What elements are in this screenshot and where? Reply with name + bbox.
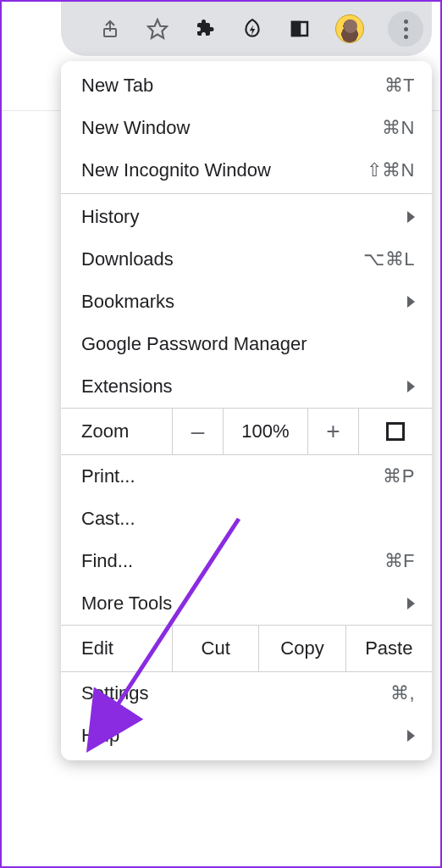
menu-label: Help bbox=[81, 725, 407, 747]
menu-item-find[interactable]: Find... ⌘F bbox=[61, 540, 432, 582]
menu-label: Extensions bbox=[81, 376, 407, 398]
menu-item-extensions[interactable]: Extensions bbox=[61, 365, 432, 408]
menu-label: Paste bbox=[365, 637, 412, 659]
menu-item-new-incognito[interactable]: New Incognito Window ⇧⌘N bbox=[61, 149, 432, 192]
menu-shortcut: ⌘F bbox=[384, 550, 415, 572]
menu-label: Find... bbox=[81, 550, 384, 572]
fullscreen-button[interactable] bbox=[359, 409, 432, 454]
plus-icon: + bbox=[326, 418, 340, 445]
menu-label: Edit bbox=[81, 637, 113, 659]
menu-item-print[interactable]: Print... ⌘P bbox=[61, 455, 432, 498]
menu-label: New Window bbox=[81, 117, 382, 139]
sidepanel-icon[interactable] bbox=[288, 17, 312, 41]
menu-item-bookmarks[interactable]: Bookmarks bbox=[61, 281, 432, 323]
fullscreen-icon bbox=[386, 422, 405, 441]
menu-label: Google Password Manager bbox=[81, 333, 415, 355]
edit-label-cell: Edit bbox=[61, 626, 173, 671]
menu-label: Cut bbox=[202, 637, 230, 659]
edit-paste-button[interactable]: Paste bbox=[346, 626, 432, 671]
menu-item-help[interactable]: Help bbox=[61, 715, 432, 757]
menu-shortcut: ⇧⌘N bbox=[367, 159, 415, 181]
menu-label: History bbox=[81, 206, 407, 228]
menu-label: New Incognito Window bbox=[81, 159, 367, 181]
menu-item-more-tools[interactable]: More Tools bbox=[61, 582, 432, 625]
menu-label: Settings bbox=[81, 682, 390, 704]
zoom-out-button[interactable]: – bbox=[173, 409, 224, 454]
edit-cut-button[interactable]: Cut bbox=[173, 626, 259, 671]
menu-label: Downloads bbox=[81, 248, 363, 270]
menu-item-new-tab[interactable]: New Tab ⌘T bbox=[61, 64, 432, 107]
menu-label: Copy bbox=[280, 637, 323, 659]
menu-zoom-row: Zoom – 100% + bbox=[61, 408, 432, 455]
menu-item-cast[interactable]: Cast... bbox=[61, 498, 432, 540]
menu-shortcut: ⌘T bbox=[384, 75, 415, 97]
submenu-arrow-icon bbox=[407, 730, 415, 742]
toolbar-pill bbox=[61, 2, 432, 56]
browser-toolbar bbox=[2, 2, 440, 63]
menu-item-new-window[interactable]: New Window ⌘N bbox=[61, 107, 432, 149]
minus-icon: – bbox=[191, 418, 205, 445]
svg-marker-1 bbox=[148, 19, 167, 38]
profile-avatar[interactable] bbox=[335, 14, 364, 43]
menu-shortcut: ⌘P bbox=[383, 465, 415, 487]
zoom-value: 100% bbox=[241, 420, 289, 442]
chrome-main-menu: New Tab ⌘T New Window ⌘N New Incognito W… bbox=[61, 61, 432, 760]
menu-shortcut: ⌥⌘L bbox=[363, 248, 415, 270]
zoom-in-button[interactable]: + bbox=[308, 409, 359, 454]
menu-label: Zoom bbox=[81, 420, 129, 442]
submenu-arrow-icon bbox=[407, 211, 415, 223]
menu-shortcut: ⌘N bbox=[382, 117, 415, 139]
svg-marker-2 bbox=[250, 25, 256, 36]
menu-label: Bookmarks bbox=[81, 291, 407, 313]
menu-item-password-manager[interactable]: Google Password Manager bbox=[61, 323, 432, 365]
menu-shortcut: ⌘, bbox=[390, 682, 415, 704]
zoom-percent: 100% bbox=[224, 409, 308, 454]
menu-item-downloads[interactable]: Downloads ⌥⌘L bbox=[61, 238, 432, 281]
edit-copy-button[interactable]: Copy bbox=[259, 626, 345, 671]
menu-label: Print... bbox=[81, 465, 383, 487]
extensions-icon[interactable] bbox=[193, 17, 217, 41]
submenu-arrow-icon bbox=[407, 296, 415, 308]
menu-label: More Tools bbox=[81, 593, 407, 615]
star-icon[interactable] bbox=[146, 17, 169, 41]
zoom-label-cell: Zoom bbox=[61, 409, 173, 454]
share-icon[interactable] bbox=[98, 17, 122, 41]
menu-item-settings[interactable]: Settings ⌘, bbox=[61, 672, 432, 715]
more-menu-button[interactable] bbox=[388, 11, 423, 47]
menu-label: Cast... bbox=[81, 508, 415, 530]
energy-icon[interactable] bbox=[240, 17, 264, 41]
menu-separator bbox=[61, 193, 432, 194]
menu-edit-row: Edit Cut Copy Paste bbox=[61, 625, 432, 672]
submenu-arrow-icon bbox=[407, 598, 415, 609]
submenu-arrow-icon bbox=[407, 381, 415, 392]
menu-item-history[interactable]: History bbox=[61, 196, 432, 238]
svg-rect-4 bbox=[292, 22, 300, 36]
menu-label: New Tab bbox=[81, 75, 384, 97]
